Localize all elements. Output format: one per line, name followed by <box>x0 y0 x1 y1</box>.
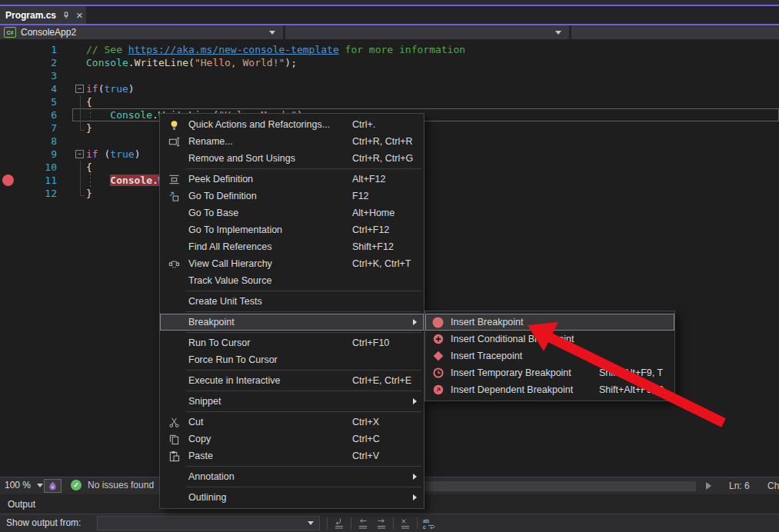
fold-column <box>72 108 86 121</box>
output-source-dropdown[interactable] <box>97 516 320 530</box>
project-dropdown[interactable]: C# ConsoleApp2 <box>0 25 283 39</box>
line-body[interactable]: // See https://aka.ms/new-console-templa… <box>72 43 779 56</box>
scope-guide-line <box>80 95 81 108</box>
breakpoint-margin[interactable] <box>0 135 15 148</box>
line-body[interactable] <box>72 69 779 82</box>
menu-item-label: View Call Hierarchy <box>188 258 272 269</box>
breakpoint-margin[interactable] <box>0 56 15 69</box>
menu-item-cut[interactable]: CutCtrl+X <box>160 414 424 431</box>
zoom-level-dropdown[interactable]: 100 % <box>5 480 43 490</box>
menu-item-label: Peek Definition <box>188 174 253 185</box>
submenu-item-insert-dependent-breakpoint[interactable]: Insert Dependent BreakpointShift+Alt+F9,… <box>425 381 674 398</box>
menu-item-view-call-hierarchy[interactable]: View Call HierarchyCtrl+K, Ctrl+T <box>160 255 424 272</box>
tab-program-cs[interactable]: Program.cs × <box>0 6 86 24</box>
menu-item-go-to-implementation[interactable]: Go To ImplementationCtrl+F12 <box>160 221 424 238</box>
collapse-region-icon[interactable]: − <box>75 85 84 93</box>
close-icon[interactable]: × <box>76 11 83 20</box>
breakpoint-margin[interactable] <box>0 161 15 174</box>
visual-studio-window: Program.cs × C# ConsoleApp2 1// See http… <box>0 0 779 532</box>
menu-item-label: Execute in Interactive <box>188 375 281 386</box>
menu-item-create-unit-tests[interactable]: Create Unit Tests <box>160 293 424 310</box>
code-text[interactable]: if(true) <box>86 82 135 95</box>
breakpoint-dot-icon[interactable] <box>2 175 14 186</box>
tab-title: Program.cs <box>5 10 56 21</box>
find-message-icon[interactable] <box>330 516 348 530</box>
document-health-indicator[interactable]: ✓ No issues found <box>71 480 154 490</box>
menu-item-quick-actions-and-refactorings[interactable]: Quick Actions and Refactorings...Ctrl+. <box>160 116 424 133</box>
type-dropdown[interactable] <box>285 25 569 39</box>
line-body[interactable]: −if(true) <box>72 82 779 95</box>
code-line-1[interactable]: 1// See https://aka.ms/new-console-templ… <box>0 43 779 56</box>
menu-item-go-to-definition[interactable]: Go To DefinitionF12 <box>160 188 424 204</box>
word-wrap-icon[interactable]: abc <box>420 516 438 530</box>
line-body[interactable]: { <box>72 95 779 108</box>
collapse-region-icon[interactable]: − <box>75 150 84 158</box>
scroll-right-icon[interactable] <box>706 482 711 490</box>
chevron-down-icon <box>37 484 43 487</box>
code-segment: ( <box>98 148 111 160</box>
menu-item-rename[interactable]: Rename...Ctrl+R, Ctrl+R <box>160 133 424 150</box>
code-text[interactable]: // See https://aka.ms/new-console-templa… <box>86 43 465 56</box>
code-line-4[interactable]: 4−if(true) <box>0 82 779 95</box>
code-segment: ( <box>188 57 195 68</box>
fold-column[interactable]: − <box>72 148 86 161</box>
gutter-spacer <box>57 187 72 200</box>
menu-item-execute-in-interactive[interactable]: Execute in InteractiveCtrl+E, Ctrl+E <box>160 372 424 389</box>
code-line-3[interactable]: 3 <box>0 69 779 82</box>
clear-all-icon[interactable] <box>396 516 414 530</box>
submenu-item-insert-tracepoint[interactable]: Insert Tracepoint <box>425 347 674 364</box>
breakpoint-margin[interactable] <box>0 95 15 108</box>
menu-item-force-run-to-cursor[interactable]: Force Run To Cursor <box>160 351 424 368</box>
menu-item-label: Snippet <box>188 396 221 407</box>
line-body[interactable]: Console.WriteLine("Hello, World!"); <box>72 56 779 69</box>
submenu-item-insert-temporary-breakpoint[interactable]: Insert Temporary BreakpointShift+Alt+F9,… <box>425 364 674 381</box>
pin-icon[interactable] <box>62 11 71 20</box>
code-text[interactable]: { <box>86 95 92 108</box>
line-number: 1 <box>15 43 57 56</box>
previous-message-icon[interactable] <box>354 516 372 530</box>
code-text[interactable]: Console.WriteLine("Hello, World!"); <box>86 56 297 69</box>
menu-item-paste[interactable]: PasteCtrl+V <box>160 447 424 464</box>
menu-item-annotation[interactable]: Annotation <box>160 468 424 485</box>
code-line-5[interactable]: 5{ <box>0 95 779 108</box>
menu-item-outlining[interactable]: Outlining <box>160 489 424 506</box>
breakpoint-margin[interactable] <box>0 82 15 95</box>
breakpoint-margin[interactable] <box>0 43 15 56</box>
submenu-item-insert-breakpoint[interactable]: Insert Breakpoint <box>425 314 674 331</box>
submenu-item-insert-conditional-breakpoint[interactable]: Insert Conditional Breakpoint <box>425 331 674 347</box>
svg-text:ab: ab <box>423 518 429 524</box>
breakpoint-margin[interactable] <box>0 121 15 135</box>
breakpoint-margin[interactable] <box>0 187 15 200</box>
breakpoint-margin[interactable] <box>0 174 15 187</box>
menu-item-find-all-references[interactable]: Find All ReferencesShift+F12 <box>160 238 424 255</box>
line-indicator: Ln: 6 <box>729 480 750 491</box>
code-segment: "Hello, World!" <box>195 57 285 68</box>
gutter-spacer <box>57 135 72 148</box>
next-message-icon[interactable] <box>372 516 391 530</box>
breakpoint-margin[interactable] <box>0 108 15 121</box>
menu-item-shortcut: Ctrl+X <box>352 417 379 427</box>
code-text[interactable]: } <box>86 187 92 200</box>
menu-item-remove-and-sort-usings[interactable]: Remove and Sort UsingsCtrl+R, Ctrl+G <box>160 150 424 167</box>
menu-item-track-value-source[interactable]: Track Value Source <box>160 272 424 289</box>
menu-item-snippet[interactable]: Snippet <box>160 393 424 410</box>
breakpoint-margin[interactable] <box>0 148 15 161</box>
margin-indicator-button[interactable] <box>44 479 62 493</box>
menu-item-copy[interactable]: CopyCtrl+C <box>160 431 424 447</box>
code-text[interactable]: } <box>86 121 92 135</box>
editor-context-menu: Quick Actions and Refactorings...Ctrl+.R… <box>159 113 424 509</box>
code-text[interactable]: Console.W <box>86 174 165 187</box>
temporary-breakpoint-icon <box>425 367 451 379</box>
code-line-2[interactable]: 2Console.WriteLine("Hello, World!"); <box>0 56 779 69</box>
fold-column[interactable]: − <box>72 82 86 95</box>
menu-item-go-to-base[interactable]: Go To BaseAlt+Home <box>160 204 424 221</box>
indent-guide-line <box>90 108 91 121</box>
chevron-down-icon <box>269 31 275 35</box>
menu-item-run-to-cursor[interactable]: Run To CursorCtrl+F10 <box>160 334 424 351</box>
breakpoint-margin[interactable] <box>0 69 15 82</box>
code-text[interactable]: { <box>86 161 92 174</box>
code-text[interactable]: if (true) <box>86 148 140 161</box>
menu-item-breakpoint[interactable]: Breakpoint <box>160 314 424 331</box>
menu-item-peek-definition[interactable]: Peek DefinitionAlt+F12 <box>160 171 424 188</box>
member-dropdown[interactable] <box>571 25 779 39</box>
